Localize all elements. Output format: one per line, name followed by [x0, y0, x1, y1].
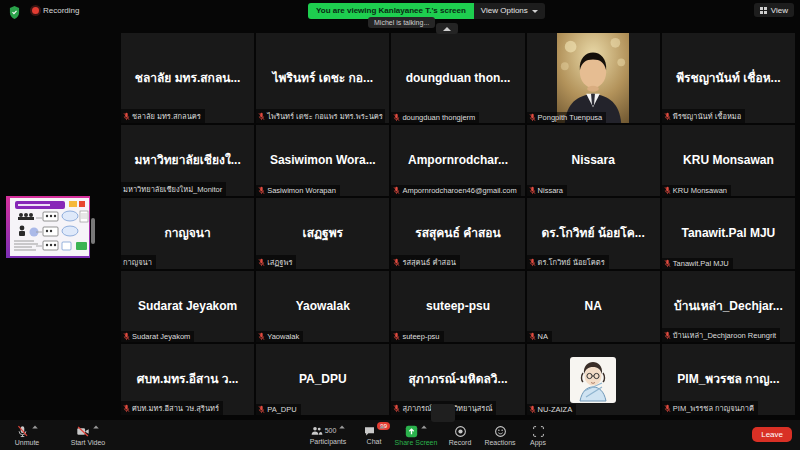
- muted-mic-icon: [529, 186, 536, 195]
- muted-mic-icon: [258, 186, 265, 195]
- participant-tile[interactable]: Sudarat JeyakomSudarat Jeyakom: [121, 271, 254, 342]
- participant-tile[interactable]: Ampornrodchar...Ampornrodcharoen46@gmail…: [391, 125, 524, 196]
- participant-tile[interactable]: กาญจนากาญจนา: [121, 198, 254, 269]
- view-options-dropdown[interactable]: View Options: [474, 3, 545, 19]
- muted-mic-icon: [664, 259, 671, 268]
- collapse-strip-button[interactable]: [436, 23, 458, 34]
- chat-icon: [363, 425, 376, 437]
- participant-avatar-cartoon: [570, 357, 616, 403]
- unmute-caret-icon[interactable]: [32, 425, 38, 428]
- video-strip-handle[interactable]: [91, 218, 95, 244]
- participant-tile[interactable]: PIM_พวรชล กาญ...PIM_พรรชล กาญจนภาคี: [662, 344, 795, 415]
- participant-tile[interactable]: ไพรินทร์ เดชะ กอ...ไพรินทร์ เดชะ กอแพร ม…: [256, 33, 389, 123]
- participant-display-name: มหาวิทยาลัยเชียงใ...: [128, 153, 246, 167]
- participant-tile[interactable]: ชลาลัย มทร.สกลน...ชลาลัย มทร.สกลนคร: [121, 33, 254, 123]
- participant-tile[interactable]: พีรชญานันท์ เชื่อห...พีรชญานันท์ เชื้อหม…: [662, 33, 795, 123]
- participants-button[interactable]: 500 Participants: [300, 420, 356, 450]
- participant-display-name: PIM_พวรชล กาญ...: [671, 372, 785, 386]
- participant-display-name: สุภาภรณ์-มหิดลวิ...: [402, 372, 513, 386]
- participant-display-name: NA: [579, 299, 608, 313]
- unmute-button[interactable]: Unmute: [4, 420, 50, 450]
- participant-name-label: ไพรินทร์ เดชะ กอแพร มทร.พระนคร: [256, 109, 385, 123]
- participant-tile[interactable]: PA_DPUPA_DPU: [256, 344, 389, 415]
- participant-name-label: บ้านเหล่า_Dechjaroon Reungrit: [662, 328, 780, 342]
- participant-display-name: รสสุคนธ์ คำสอน: [409, 226, 506, 240]
- participant-name-label: Ampornrodcharoen46@gmail.com: [391, 185, 520, 196]
- unmute-label: Unmute: [15, 439, 40, 446]
- participant-tile[interactable]: Sasiwimon Wora...Sasiwimon Worapan: [256, 125, 389, 196]
- apps-label: Apps: [530, 439, 546, 446]
- chat-label: Chat: [367, 438, 382, 445]
- participant-tile[interactable]: NU-ZAIZA: [527, 344, 660, 415]
- participant-tile[interactable]: เสฏฐพรเสฏฐพร: [256, 198, 389, 269]
- view-options-label: View Options: [481, 3, 528, 19]
- participant-tile[interactable]: สุภาภรณ์-มหิดลวิ...สุภาภรณ์-มหิดลวิทยานุ…: [391, 344, 524, 415]
- muted-mic-icon: [123, 112, 130, 121]
- participant-name-label: suteep-psu: [391, 331, 443, 342]
- apps-button[interactable]: Apps: [523, 420, 553, 450]
- encryption-shield-icon: [9, 5, 20, 23]
- muted-mic-icon: [529, 332, 536, 341]
- participant-name-label: Nissara: [527, 185, 567, 196]
- participant-tile[interactable]: รสสุคนธ์ คำสอนรสสุคนธ์ คำสอน: [391, 198, 524, 269]
- share-screen-button[interactable]: Share Screen: [392, 420, 440, 450]
- share-caret-icon[interactable]: [421, 425, 427, 428]
- muted-mic-icon: [664, 404, 671, 413]
- participant-tile[interactable]: doungduan thon...doungduan thongjerm: [391, 33, 524, 123]
- recording-dot-icon: [32, 7, 39, 14]
- participants-count: 500: [325, 427, 337, 434]
- participant-tile[interactable]: บ้านเหล่า_Dechjar...บ้านเหล่า_Dechjaroon…: [662, 271, 795, 342]
- participant-display-name: Nissara: [566, 153, 621, 167]
- chevron-down-icon: [532, 10, 538, 13]
- participant-tile[interactable]: YaowalakYaowalak: [256, 271, 389, 342]
- participant-name-label: ดร.โกวิทย์ น้อยโคตร: [527, 255, 609, 269]
- muted-mic-icon: [258, 258, 265, 267]
- participant-tile[interactable]: NANA: [527, 271, 660, 342]
- shared-screen-thumbnail[interactable]: [6, 196, 90, 258]
- participant-tile[interactable]: ศบท.มทร.อีสาน ว...ศบท.มทร.อีสาน วษ.สุริน…: [121, 344, 254, 415]
- chat-button[interactable]: 99 Chat: [359, 420, 389, 450]
- muted-mic-icon: [393, 113, 400, 122]
- muted-mic-icon: [529, 405, 536, 414]
- muted-mic-icon: [529, 113, 536, 122]
- participants-label: Participants: [310, 438, 347, 445]
- muted-mic-icon: [664, 186, 671, 195]
- muted-mic-icon: [258, 332, 265, 341]
- participant-display-name: ชลาลัย มทร.สกลน...: [129, 71, 247, 85]
- start-video-caret-icon[interactable]: [93, 425, 99, 428]
- participant-display-name: พีรชญานันท์ เชื่อห...: [670, 71, 786, 85]
- participant-tile[interactable]: KRU MonsawanKRU Monsawan: [662, 125, 795, 196]
- participant-tile[interactable]: Tanawit.Pal MJUTanawit.Pal MJU: [662, 198, 795, 269]
- participant-name-label: ศบท.มทร.อีสาน วษ.สุรินทร์: [121, 401, 223, 415]
- muted-mic-icon: [123, 332, 130, 341]
- record-button[interactable]: Record: [443, 420, 477, 450]
- participant-tile[interactable]: มหาวิทยาลัยเชียงใ...มหาวิทยาลัยเชียงใหม่…: [121, 125, 254, 196]
- record-label: Record: [449, 439, 472, 446]
- start-video-button[interactable]: Start Video: [60, 420, 116, 450]
- participant-name-label: มหาวิทยาลัยเชียงใหม่_Monitor: [121, 182, 226, 196]
- participant-tile[interactable]: ดร.โกวิทย์ น้อยโค...ดร.โกวิทย์ น้อยโคตร: [527, 198, 660, 269]
- reactions-button[interactable]: Reactions: [480, 420, 520, 450]
- participant-tile[interactable]: Pongpith Tuenpusa: [527, 33, 660, 123]
- muted-mic-icon: [664, 112, 671, 121]
- view-button[interactable]: View: [754, 3, 794, 17]
- leave-button[interactable]: Leave: [752, 427, 792, 442]
- participant-tile[interactable]: suteep-psusuteep-psu: [391, 271, 524, 342]
- participant-name-label: ชลาลัย มทร.สกลนคร: [121, 109, 205, 123]
- mic-off-icon: [16, 425, 29, 438]
- participant-name-label: KRU Monsawan: [662, 185, 731, 196]
- participant-name-label: Yaowalak: [256, 331, 303, 342]
- gallery-view-icon: [760, 7, 767, 14]
- muted-mic-icon: [123, 404, 130, 413]
- chat-caret-icon[interactable]: [379, 426, 385, 429]
- participants-icon: [310, 425, 323, 437]
- participant-tile[interactable]: NissaraNissara: [527, 125, 660, 196]
- start-video-label: Start Video: [71, 439, 106, 446]
- participant-display-name: PA_DPU: [293, 372, 353, 386]
- participants-caret-icon[interactable]: [340, 426, 346, 429]
- participant-name-label: Pongpith Tuenpusa: [527, 112, 607, 123]
- participant-name-label: NA: [527, 331, 552, 342]
- muted-mic-icon: [393, 186, 400, 195]
- participant-name-label: รสสุคนธ์ คำสอน: [391, 255, 459, 269]
- participant-display-name: ศบท.มทร.อีสาน ว...: [131, 372, 245, 386]
